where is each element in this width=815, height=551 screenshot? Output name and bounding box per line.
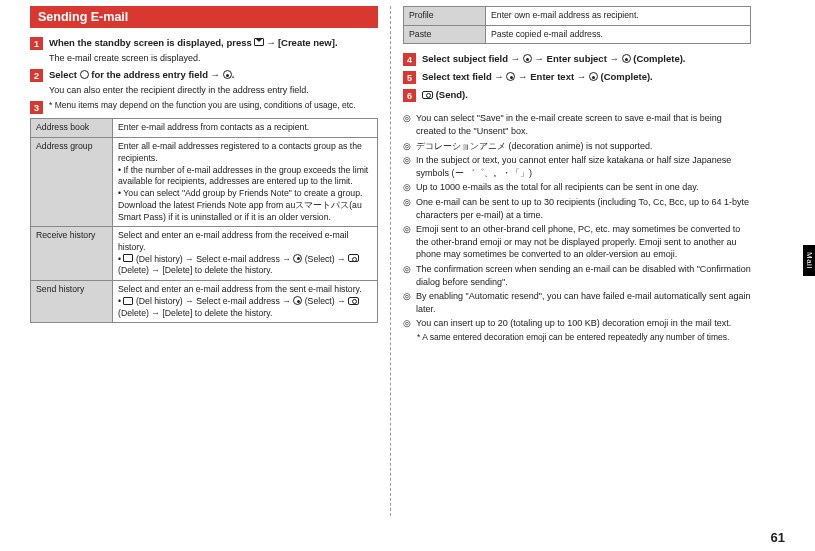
list-item: ◎Up to 1000 e-mails as the total for all… xyxy=(403,181,751,194)
table-row: Paste Paste copied e-mail address. xyxy=(404,25,751,44)
table-row: Address group Enter all e-mail addresses… xyxy=(31,138,378,227)
step-5: 5 Select text field → → Enter text → (Co… xyxy=(403,70,751,84)
table-row: Address book Enter e-mail address from c… xyxy=(31,119,378,138)
circle-icon xyxy=(80,70,89,79)
step-number: 3 xyxy=(30,101,43,114)
mail-icon xyxy=(254,38,264,46)
step-number: 1 xyxy=(30,37,43,50)
row-desc: Select and enter an e-mail address from … xyxy=(113,227,378,281)
side-tab-mail: Mail xyxy=(803,245,815,276)
step-number: 2 xyxy=(30,69,43,82)
step-number: 6 xyxy=(403,89,416,102)
list-icon xyxy=(123,254,133,262)
camera-key-icon xyxy=(422,91,433,99)
option-table-right: Profile Enter own e-mail address as reci… xyxy=(403,6,751,44)
table-row: Receive history Select and enter an e-ma… xyxy=(31,227,378,281)
step-2: 2 Select for the address entry field → .… xyxy=(30,68,378,96)
center-key-icon xyxy=(589,72,598,81)
section-heading: Sending E-mail xyxy=(30,6,378,28)
list-icon xyxy=(123,297,133,305)
camera-key-icon xyxy=(348,297,359,305)
row-desc: Select and enter an e-mail address from … xyxy=(113,281,378,323)
step-text: Select xyxy=(49,69,80,80)
row-label: Send history xyxy=(31,281,113,323)
table-row: Send history Select and enter an e-mail … xyxy=(31,281,378,323)
row-desc: Enter all e-mail addresses registered to… xyxy=(113,138,378,227)
center-key-icon xyxy=(223,70,232,79)
list-item: ◎You can select "Save" in the e-mail cre… xyxy=(403,112,751,137)
list-item: ◎One e-mail can be sent to up to 30 reci… xyxy=(403,196,751,221)
notes-list: ◎You can select "Save" in the e-mail cre… xyxy=(403,112,751,330)
row-desc: Enter e-mail address from contacts as a … xyxy=(113,119,378,138)
list-item: ◎You can insert up to 20 (totaling up to… xyxy=(403,317,751,330)
step-sub: The e-mail create screen is displayed. xyxy=(49,52,378,65)
step-3: 3 * Menu items may depend on the functio… xyxy=(30,100,378,114)
row-label: Address group xyxy=(31,138,113,227)
list-item: ◎デコレーションアニメ (decoration anime) is not su… xyxy=(403,140,751,153)
row-label: Paste xyxy=(404,25,486,44)
center-key-icon xyxy=(523,54,532,63)
sub-note: * A same entered decoration emoji can be… xyxy=(403,332,751,342)
center-key-icon xyxy=(506,72,515,81)
center-key-icon xyxy=(293,254,302,263)
step-text: [Create new]. xyxy=(278,37,338,48)
step-6: 6 (Send). xyxy=(403,88,751,102)
row-desc: Paste copied e-mail address. xyxy=(486,25,751,44)
camera-key-icon xyxy=(348,254,359,262)
page-number: 61 xyxy=(771,530,785,545)
step-text: . xyxy=(232,69,235,80)
step-text: for the address entry field → xyxy=(89,69,223,80)
option-table-left: Address book Enter e-mail address from c… xyxy=(30,118,378,323)
table-row: Profile Enter own e-mail address as reci… xyxy=(404,7,751,26)
row-desc: Enter own e-mail address as recipient. xyxy=(486,7,751,26)
list-item: ◎Emoji sent to an other-brand cell phone… xyxy=(403,223,751,261)
center-key-icon xyxy=(622,54,631,63)
list-item: ◎By enabling "Automatic resend", you can… xyxy=(403,290,751,315)
list-item: ◎In the subject or text, you cannot ente… xyxy=(403,154,751,179)
list-item: ◎The confirmation screen when sending an… xyxy=(403,263,751,288)
step-number: 5 xyxy=(403,71,416,84)
step-text: When the standby screen is displayed, pr… xyxy=(49,37,254,48)
row-label: Receive history xyxy=(31,227,113,281)
row-label: Profile xyxy=(404,7,486,26)
step-1: 1 When the standby screen is displayed, … xyxy=(30,36,378,64)
step-4: 4 Select subject field → → Enter subject… xyxy=(403,52,751,66)
step-sub: You can also enter the recipient directl… xyxy=(49,84,378,97)
menu-note: * Menu items may depend on the function … xyxy=(49,100,378,111)
step-number: 4 xyxy=(403,53,416,66)
center-key-icon xyxy=(293,296,302,305)
row-label: Address book xyxy=(31,119,113,138)
